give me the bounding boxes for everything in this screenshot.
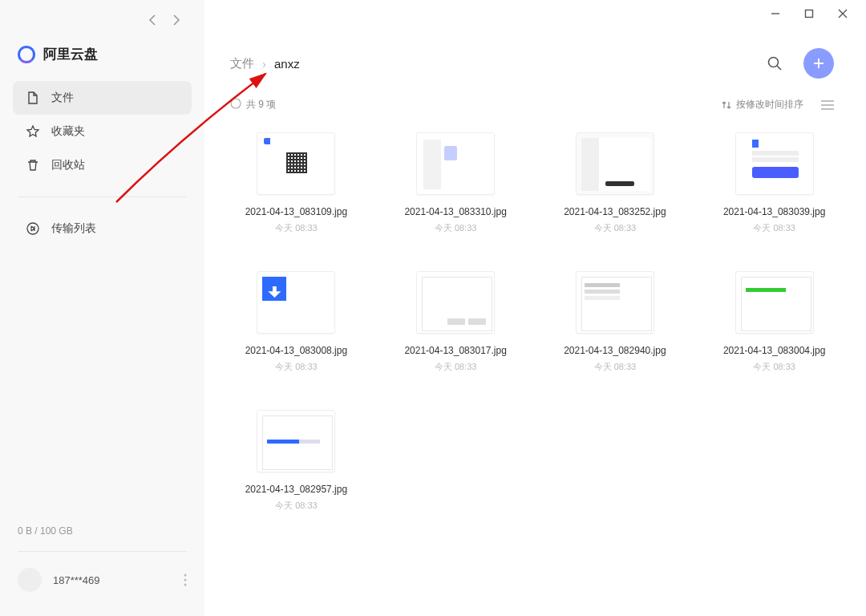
file-date: 今天 08:33 (753, 222, 795, 234)
chevron-right-icon: › (262, 57, 266, 71)
username: 187***469 (53, 574, 100, 586)
file-thumbnail (257, 132, 335, 195)
file-name: 2021-04-13_083004.jpg (723, 343, 825, 358)
file-grid: 2021-04-13_083109.jpg今天 08:332021-04-13_… (204, 120, 866, 616)
star-icon (26, 124, 40, 139)
view-toggle-button[interactable] (821, 99, 834, 111)
breadcrumb-current: anxz (274, 57, 300, 71)
svg-line-7 (777, 66, 781, 70)
file-date: 今天 08:33 (435, 361, 477, 373)
divider (18, 197, 187, 197)
sidebar-item-label: 文件 (51, 91, 74, 105)
file-name: 2021-04-13_083039.jpg (723, 205, 825, 219)
file-thumbnail (576, 132, 654, 195)
sidebar-item-favorites[interactable]: 收藏夹 (13, 115, 192, 148)
window-close-button[interactable] (837, 8, 848, 19)
file-item[interactable]: 2021-04-13_082940.jpg今天 08:33 (540, 265, 691, 379)
breadcrumb: 文件 › anxz (230, 56, 300, 71)
file-date: 今天 08:33 (275, 222, 318, 234)
sort-label: 按修改时间排序 (736, 98, 803, 111)
file-thumbnail (735, 271, 814, 334)
sidebar-item-label: 传输列表 (51, 221, 96, 236)
item-count: 共 9 项 (230, 98, 276, 111)
file-item[interactable]: 2021-04-13_083017.jpg今天 08:33 (380, 265, 532, 379)
svg-point-0 (27, 223, 38, 234)
search-button[interactable] (767, 55, 783, 71)
add-button[interactable] (803, 48, 834, 79)
file-item[interactable]: 2021-04-13_083252.jpg今天 08:33 (540, 126, 691, 241)
file-date: 今天 08:33 (275, 361, 318, 373)
file-name: 2021-04-13_082940.jpg (564, 343, 666, 358)
trash-icon (26, 158, 40, 172)
sort-icon (722, 100, 731, 110)
file-name: 2021-04-13_083109.jpg (245, 205, 347, 219)
sidebar-item-transfers[interactable]: 传输列表 (13, 212, 192, 245)
file-name: 2021-04-13_083310.jpg (404, 205, 506, 219)
file-date: 今天 08:33 (435, 222, 477, 234)
sort-button[interactable]: 按修改时间排序 (722, 98, 803, 111)
sidebar: 阿里云盘 文件 收藏夹 回收站 (0, 0, 204, 616)
app-logo: 阿里云盘 (0, 38, 204, 81)
window-maximize-button[interactable] (803, 8, 815, 19)
user-menu-icon[interactable] (184, 573, 187, 586)
main-area: 文件 › anxz 共 9 项 按修改时间排序 (204, 0, 866, 616)
file-date: 今天 08:33 (275, 500, 318, 512)
file-thumbnail (735, 132, 814, 195)
titlebar (204, 0, 866, 26)
file-date: 今天 08:33 (594, 222, 637, 234)
storage-text: 0 B / 100 GB (0, 525, 204, 551)
file-thumbnail (576, 271, 654, 334)
svg-point-3 (184, 584, 187, 586)
file-icon (26, 91, 40, 105)
file-item[interactable]: 2021-04-13_082957.jpg今天 08:33 (221, 403, 372, 518)
nav-back-button[interactable] (148, 14, 158, 24)
file-date: 今天 08:33 (753, 361, 795, 373)
file-name: 2021-04-13_082957.jpg (245, 482, 347, 496)
breadcrumb-root[interactable]: 文件 (230, 56, 254, 71)
svg-point-8 (231, 99, 241, 108)
svg-point-1 (184, 574, 187, 577)
svg-point-2 (184, 579, 187, 582)
sidebar-item-label: 收藏夹 (51, 124, 85, 139)
file-thumbnail (416, 132, 495, 195)
file-name: 2021-04-13_083252.jpg (564, 205, 666, 219)
avatar (18, 568, 42, 592)
divider (18, 551, 187, 552)
sidebar-item-trash[interactable]: 回收站 (13, 148, 192, 182)
file-item[interactable]: 2021-04-13_083004.jpg今天 08:33 (698, 265, 850, 379)
file-name: 2021-04-13_083008.jpg (245, 343, 347, 358)
file-date: 今天 08:33 (594, 361, 637, 373)
file-item[interactable]: 2021-04-13_083109.jpg今天 08:33 (221, 126, 372, 241)
file-thumbnail (257, 271, 335, 334)
app-name: 阿里云盘 (43, 45, 98, 63)
file-item[interactable]: 2021-04-13_083039.jpg今天 08:33 (698, 126, 850, 241)
file-item[interactable]: 2021-04-13_083310.jpg今天 08:33 (380, 126, 532, 241)
file-item[interactable]: 2021-04-13_083008.jpg今天 08:33 (221, 265, 372, 379)
svg-point-6 (769, 58, 779, 67)
logo-icon (18, 46, 35, 63)
nav-forward-button[interactable] (172, 14, 182, 24)
window-minimize-button[interactable] (770, 8, 781, 19)
file-thumbnail (257, 410, 335, 472)
user-row[interactable]: 187***469 (0, 568, 204, 606)
sidebar-item-label: 回收站 (51, 158, 85, 172)
transfer-icon (26, 221, 40, 236)
file-name: 2021-04-13_083017.jpg (404, 343, 506, 358)
file-thumbnail (416, 271, 495, 334)
svg-rect-5 (806, 10, 813, 18)
sidebar-item-files[interactable]: 文件 (13, 81, 192, 115)
